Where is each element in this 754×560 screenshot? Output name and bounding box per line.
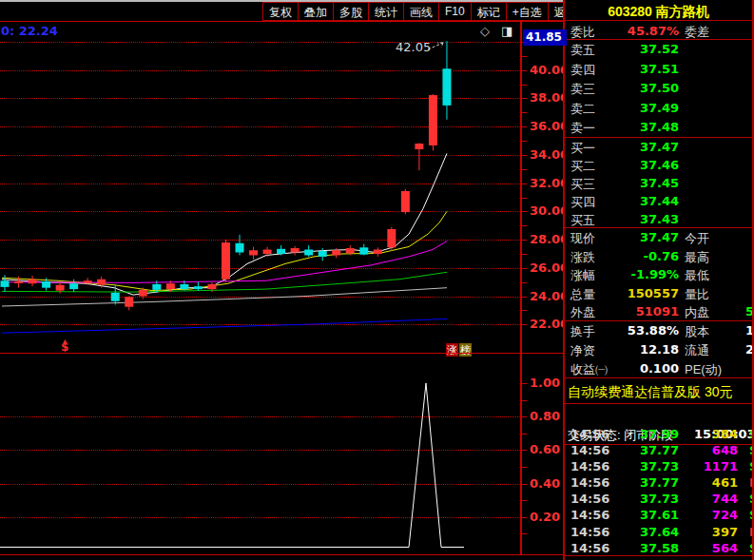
price-minor-tick xyxy=(522,70,527,71)
toolbar-button-2[interactable]: 多股 xyxy=(333,2,369,21)
toolbar-button-1[interactable]: 叠加 xyxy=(298,2,334,21)
tick-row: 14:5637.99384S xyxy=(565,426,752,442)
annotation-arrow xyxy=(428,43,443,49)
tick-row: 14:5637.77648S xyxy=(565,442,752,458)
candle-body xyxy=(415,144,423,149)
row-value: 150557 xyxy=(620,286,679,300)
candle-body xyxy=(249,250,258,255)
row-label: 涨跌 xyxy=(570,249,595,266)
tick-row: 14:5637.73744S xyxy=(565,491,752,507)
row-value: 37.47 xyxy=(620,230,679,244)
ask-row: 卖一37.48 xyxy=(565,118,752,138)
tick-flag-clipped: S xyxy=(749,492,752,506)
candle-body xyxy=(139,290,147,297)
toolbar-button-5[interactable]: F10 xyxy=(438,2,472,21)
indicator-minor-tick xyxy=(522,450,527,451)
info-row: 外盘51091内盘5 xyxy=(565,302,752,321)
price-minor-tick xyxy=(522,240,527,241)
ask-row: 卖二37.49 xyxy=(565,99,752,119)
info-row: 净资12.18流通2 xyxy=(565,340,752,359)
row-label2: 今开 xyxy=(685,230,709,247)
promo-bar[interactable]: 自动续费通达信普及版 30元 xyxy=(565,378,752,404)
promo-text[interactable]: 自动续费通达信普及版 30元 xyxy=(565,378,752,401)
row-label2: 内盘 xyxy=(685,304,709,321)
candle-body xyxy=(29,280,37,283)
candle-body xyxy=(442,68,451,106)
badge-bang[interactable]: 榜 xyxy=(459,343,472,357)
row-label: 净资 xyxy=(570,342,595,359)
quote-panel: 603280 南方路机 委比 45.87% 委差 卖五37.52卖四37.51卖… xyxy=(563,0,754,560)
price-minor-tick xyxy=(522,268,527,269)
badge-zhang[interactable]: 涨 xyxy=(446,343,458,357)
tick-flag-clipped: S xyxy=(749,541,752,555)
row-value: 12.18 xyxy=(620,342,679,357)
row-label: 买三 xyxy=(570,176,595,193)
info-row: 涨跌-0.76最高 xyxy=(565,247,752,266)
row-value: 37.45 xyxy=(620,176,679,190)
toolbar-button-3[interactable]: 统计 xyxy=(368,2,404,21)
tick-volume: 564 xyxy=(683,541,738,555)
price-minor-tick xyxy=(522,112,527,113)
candle-body xyxy=(359,247,368,254)
weibi-row: 委比 45.87% 委差 xyxy=(565,21,752,40)
ask-row: 卖五37.52 xyxy=(565,40,752,60)
row-label: 买二 xyxy=(570,158,595,175)
row-value: 37.43 xyxy=(620,212,679,226)
price-minor-tick xyxy=(522,310,527,311)
row-label2: 流通 xyxy=(685,342,709,359)
tick-time: 14:56 xyxy=(570,492,609,506)
row-label: 换手 xyxy=(570,323,595,340)
tick-volume: 397 xyxy=(683,525,738,539)
row-value: 37.49 xyxy=(620,101,679,115)
price-tick-label: 38.00 xyxy=(530,91,564,105)
row-label: 卖三 xyxy=(570,81,595,98)
tick-time: 14:56 xyxy=(570,508,609,522)
row-label: 买四 xyxy=(570,194,595,211)
candle-body xyxy=(69,283,78,289)
bid-row: 买二37.46 xyxy=(565,156,752,174)
toolbar-button-4[interactable]: 画线 xyxy=(403,2,439,21)
tick-time: 14:56 xyxy=(570,475,609,490)
indicator-minor-tick xyxy=(522,467,527,468)
price-minor-tick xyxy=(522,254,527,255)
price-tick-label: 32.00 xyxy=(530,177,564,190)
candle-body xyxy=(84,280,92,282)
bid-row: 买一37.47 xyxy=(565,138,752,156)
indicator-tick-label: 1.00 xyxy=(530,377,564,390)
toolbar-button-7[interactable]: +自选 xyxy=(506,2,549,21)
row-value: 37.44 xyxy=(620,194,679,208)
row-label: 卖一 xyxy=(570,120,595,137)
stock-title: 603280 南方路机 xyxy=(565,0,752,21)
candle-body xyxy=(332,250,340,255)
row-label: 现价 xyxy=(570,230,595,247)
candle-body xyxy=(346,248,355,253)
toolbar-button-0[interactable]: 复权 xyxy=(262,2,299,21)
price-minor-tick xyxy=(522,225,527,226)
row-value: 37.47 xyxy=(620,140,679,154)
candle-body xyxy=(387,229,396,247)
indicator-tick-label: 0.20 xyxy=(530,511,564,524)
tick-price: 37.58 xyxy=(622,541,679,555)
row-label2: 最高 xyxy=(685,249,709,266)
candle-body xyxy=(277,249,285,254)
row-label2: 股本 xyxy=(685,323,709,340)
candlestick-chart[interactable] xyxy=(0,22,520,554)
candle-body xyxy=(97,280,106,285)
weicha-label: 委差 xyxy=(685,24,709,40)
tick-row: 14:5637.61724S xyxy=(565,507,752,523)
candle-body xyxy=(42,281,50,288)
price-minor-tick xyxy=(522,141,527,142)
indicator-minor-tick xyxy=(522,416,527,417)
indicator-minor-tick xyxy=(522,434,527,434)
signal-marker: ▲ $ xyxy=(61,338,68,351)
tick-price: 37.99 xyxy=(622,427,679,441)
tick-volume: 648 xyxy=(683,443,738,457)
price-minor-tick xyxy=(522,126,527,127)
toolbar-button-6[interactable]: 标记 xyxy=(471,2,507,21)
candle-body xyxy=(14,281,23,283)
stock-title-bar: 603280 南方路机 xyxy=(565,0,752,21)
tick-flag-clipped: S xyxy=(749,443,752,457)
tick-flag-clipped: S xyxy=(749,459,752,473)
price-minor-tick xyxy=(522,282,527,283)
tick-price: 37.61 xyxy=(622,508,679,522)
